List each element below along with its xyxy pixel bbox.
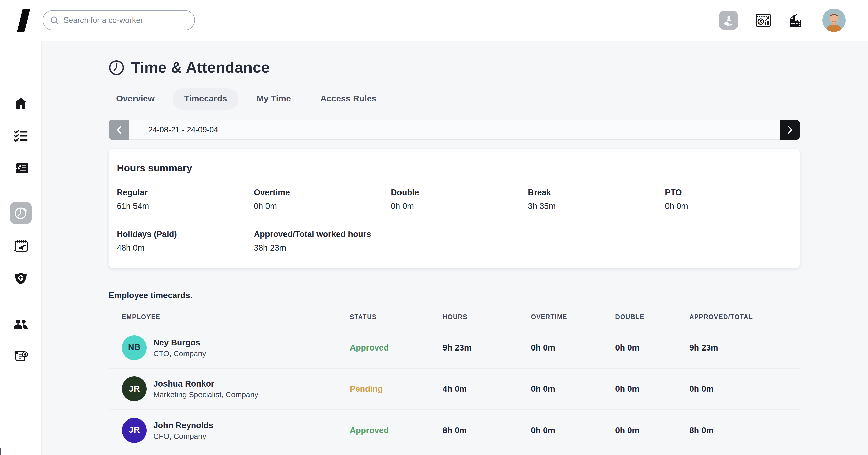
hours-summary-card: Hours summary Regular61h 54m Overtime0h …	[108, 149, 800, 268]
user-avatar[interactable]	[822, 9, 846, 32]
clock-icon	[108, 60, 124, 75]
col-double: DOUBLE	[615, 314, 689, 321]
table-header: EMPLOYEE STATUS HOURS OVERTIME DOUBLE AP…	[108, 307, 800, 327]
chevron-left-icon	[116, 126, 122, 134]
search-input[interactable]	[63, 16, 187, 25]
col-overtime: OVERTIME	[531, 314, 615, 321]
sidebar-item-benefits[interactable]	[14, 272, 27, 285]
sidebar-item-tasks[interactable]	[14, 130, 27, 142]
tab-timecards[interactable]: Timecards	[172, 88, 239, 109]
time-attendance-clock-icon	[13, 205, 28, 221]
onboarding-card-icon	[13, 162, 28, 174]
sidebar-divider	[7, 304, 34, 304]
col-status: STATUS	[350, 314, 443, 321]
employee-name: Ney Burgos	[153, 338, 206, 348]
hours-cell: 8h 0m	[443, 426, 531, 435]
table-row[interactable]: JR Joshua Ronkor Marketing Specialist, C…	[108, 368, 800, 409]
date-next-button[interactable]	[780, 120, 800, 140]
date-range-label[interactable]: 24-08-21 - 24-09-04	[129, 120, 780, 140]
search-box[interactable]	[43, 10, 195, 30]
double-cell: 0h 0m	[615, 426, 689, 435]
double-cell: 0h 0m	[615, 343, 689, 353]
avatar: NB	[122, 335, 147, 360]
svg-text:$: $	[760, 19, 762, 24]
benefits-shield-icon	[14, 272, 27, 285]
hours-cell: 9h 23m	[443, 343, 531, 353]
approved-total-cell: 8h 0m	[689, 426, 800, 435]
sidebar-item-people[interactable]	[13, 319, 28, 330]
bottom-corner-sliver	[0, 448, 1, 455]
col-employee: EMPLOYEE	[122, 314, 350, 321]
hours-summary-stats: Regular61h 54m Overtime0h 0m Double0h 0m…	[117, 188, 790, 253]
sidebar: $	[0, 40, 42, 455]
avatar: JR	[122, 418, 147, 443]
col-hours: HOURS	[443, 314, 531, 321]
double-cell: 0h 0m	[615, 384, 689, 394]
stat-overtime: Overtime0h 0m	[254, 188, 391, 211]
svg-text:$: $	[23, 352, 26, 357]
table-row[interactable]: NB Ney Burgos CTO, Company Approved 9h 2…	[108, 327, 800, 368]
status-badge: Pending	[350, 384, 443, 394]
approved-total-cell: 0h 0m	[689, 384, 800, 394]
tab-bar: Overview Timecards My Time Access Rules	[104, 88, 800, 109]
sidebar-divider	[7, 189, 34, 189]
page-title: Time & Attendance	[131, 59, 270, 76]
tab-overview[interactable]: Overview	[104, 88, 166, 109]
people-icon	[13, 319, 28, 330]
date-range-bar: 24-08-21 - 24-09-04	[108, 120, 800, 140]
sidebar-item-time-attendance[interactable]	[9, 202, 32, 224]
stat-double: Double0h 0m	[391, 188, 528, 211]
hours-summary-title: Hours summary	[117, 162, 790, 174]
stat-pto: PTO0h 0m	[665, 188, 790, 211]
employee-role: CTO, Company	[153, 349, 206, 358]
time-off-travel-icon	[13, 239, 28, 253]
stat-regular: Regular61h 54m	[117, 188, 254, 211]
timecards-section-title: Employee timecards.	[108, 291, 800, 300]
sidebar-item-payroll[interactable]: $	[13, 350, 28, 363]
employee-name: Joshua Ronkor	[153, 379, 258, 389]
tab-my-time[interactable]: My Time	[245, 88, 303, 109]
date-prev-button[interactable]	[108, 120, 129, 140]
overtime-cell: 0h 0m	[531, 384, 615, 394]
overtime-cell: 0h 0m	[531, 343, 615, 353]
stat-holidays: Holidays (Paid)48h 0m	[117, 229, 254, 253]
topbar-actions: $	[719, 9, 846, 32]
factory-icon[interactable]	[788, 12, 805, 28]
stat-approved-total: Approved/Total worked hours38h 23m	[254, 229, 391, 253]
payroll-payslip-icon: $	[13, 350, 28, 363]
table-row[interactable]: JR John Reynolds CFO, Company Approved 8…	[108, 409, 800, 451]
status-badge: Approved	[350, 426, 443, 435]
page-title-row: Time & Attendance	[108, 59, 800, 76]
compensation-chart-icon[interactable]: $	[755, 13, 771, 28]
avatar: JR	[122, 377, 147, 401]
app-window: $	[0, 0, 868, 455]
sidebar-item-time-off[interactable]	[13, 239, 28, 253]
approved-total-cell: 9h 23m	[689, 343, 800, 353]
main-content: Time & Attendance Overview Timecards My …	[42, 40, 868, 455]
sidebar-item-onboarding[interactable]	[13, 162, 28, 174]
tasks-checklist-icon	[14, 130, 27, 142]
employee-role: CFO, Company	[153, 432, 213, 440]
employee-name: John Reynolds	[153, 421, 213, 430]
app-shell: $ Time & Attendance Overview Timecards	[0, 40, 868, 455]
tab-access-rules[interactable]: Access Rules	[309, 88, 388, 109]
table-row[interactable]: Jacob Loyer CEO, Company Approved 0h 0m …	[108, 451, 800, 455]
hours-cell: 4h 0m	[443, 384, 531, 394]
search-icon	[50, 16, 59, 25]
chevron-right-icon	[787, 126, 793, 134]
col-approved-total: APPROVED/TOTAL	[689, 314, 800, 321]
top-bar: $	[0, 0, 868, 40]
status-badge: Approved	[350, 343, 443, 353]
company-logo[interactable]	[17, 9, 30, 32]
overtime-cell: 0h 0m	[531, 426, 615, 435]
employee-role: Marketing Specialist, Company	[153, 390, 258, 399]
sidebar-item-home[interactable]	[14, 97, 27, 109]
stat-break: Break3h 35m	[528, 188, 665, 211]
hand-person-icon[interactable]	[719, 11, 738, 30]
home-icon	[14, 97, 27, 109]
